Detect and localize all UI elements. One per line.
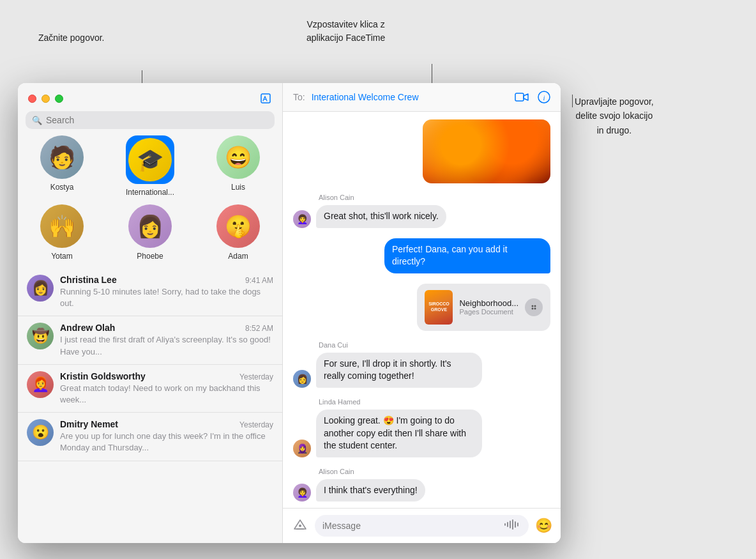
contact-preview-dmitry: Are you up for lunch one day this week? … [60, 431, 273, 454]
search-icon: 🔍 [32, 116, 42, 125]
contact-info-dmitry: Dmitry Nemet Yesterday Are you up for lu… [60, 419, 273, 454]
contact-info-andrew: Andrew Olah 8:52 AM I just read the firs… [60, 323, 273, 357]
svg-rect-9 [504, 523, 506, 526]
msg-sender-alison: Alison Cain [319, 194, 550, 201]
contact-time-kristin: Yesterday [239, 372, 273, 381]
compose-button[interactable] [259, 92, 272, 105]
pinned-contact-international[interactable]: 🎓 International... [121, 135, 179, 197]
search-bar[interactable]: 🔍 [26, 111, 275, 129]
avatar-alison-2: 👩‍🦱 [293, 484, 311, 502]
emoji-button[interactable]: 😊 [534, 516, 553, 535]
pinned-contact-yotam[interactable]: 🙌 Yotam [33, 204, 91, 261]
contact-name-christina: Christina Lee [60, 275, 117, 285]
pinned-contact-kostya[interactable]: 🧑 Kostya [33, 135, 91, 197]
avatar-dana: 👩 [293, 370, 311, 388]
to-label: To: [293, 92, 305, 102]
svg-point-8 [299, 525, 301, 527]
avatar-linda: 🧕 [293, 440, 311, 457]
svg-rect-1 [515, 93, 524, 101]
chat-area: To: Interational Welcome Crew i [283, 83, 561, 543]
msg-bubble-dana: For sure, I'll drop it in shortly. It's … [316, 353, 482, 388]
contact-preview-kristin: Great match today! Need to work on my ba… [60, 383, 273, 406]
chat-header: To: Interational Welcome Crew i [283, 83, 561, 112]
svg-text:i: i [543, 94, 545, 102]
msg-row-alison-2: 👩‍🦱 I think that's everything! [293, 479, 550, 502]
pinned-contacts-row-1: 🧑 Kostya 🎓 International... 😄 Luis [18, 135, 282, 197]
search-input[interactable] [46, 115, 268, 125]
contact-list: 👩 Christina Lee 9:41 AM Running 5-10 min… [18, 268, 282, 543]
doc-action-button[interactable] [525, 298, 543, 316]
msg-group-alison-1: Alison Cain 👩‍🦱 Great shot, this'll work… [293, 194, 550, 228]
msg-doc: SIROCCOGROVE Neighborhood... Pages Docum… [417, 284, 550, 331]
info-icon[interactable]: i [538, 91, 550, 103]
msg-bubble-alison-2: I think that's everything! [316, 479, 425, 502]
msg-group-dana: Dana Cui 👩 For sure, I'll drop it in sho… [293, 341, 550, 388]
message-input-wrap [315, 515, 529, 537]
contact-time-andrew: 8:52 AM [245, 324, 273, 333]
avatar-alison: 👩‍🦱 [293, 210, 311, 228]
pinned-contact-phoebe[interactable]: 👩 Phoebe [121, 204, 179, 261]
svg-rect-13 [515, 521, 516, 528]
pinned-name-adam: Adam [228, 252, 248, 261]
msg-group-linda: Linda Hamed 🧕 Looking great. 😍 I'm going… [293, 398, 550, 457]
video-call-icon[interactable] [515, 92, 529, 102]
messages-container: Alison Cain 👩‍🦱 Great shot, this'll work… [283, 112, 561, 508]
contact-avatar-dmitry: 😮 [27, 419, 54, 446]
app-window: 🔍 🧑 Kostya 🎓 International... [18, 83, 561, 543]
pinned-name-phoebe: Phoebe [137, 252, 163, 261]
minimize-button[interactable] [42, 95, 50, 103]
svg-point-6 [534, 305, 536, 307]
doc-thumbnail-inner: SIROCCOGROVE [425, 290, 453, 325]
contact-info-kristin: Kristin Goldsworthy Yesterday Great matc… [60, 371, 273, 406]
chat-recipient-name: Interational Welcome Crew [312, 92, 508, 102]
msg-bubble-sent-1: Perfect! Dana, can you add it directly? [384, 238, 550, 273]
contact-name-dmitry: Dmitry Nemet [60, 419, 118, 429]
msg-row-sent-1: Perfect! Dana, can you add it directly? [293, 238, 550, 273]
msg-sender-alison-2: Alison Cain [319, 468, 550, 475]
msg-image [423, 119, 550, 183]
annotation-manage: Upravljajte pogovor, delite svojo lokaci… [575, 95, 654, 137]
traffic-lights [28, 95, 63, 103]
contact-item-andrew[interactable]: 🤠 Andrew Olah 8:52 AM I just read the fi… [18, 316, 282, 364]
svg-rect-12 [512, 519, 513, 530]
svg-rect-11 [510, 521, 511, 528]
pinned-name-international: International... [126, 188, 174, 197]
svg-rect-14 [517, 523, 518, 526]
pinned-contact-luis[interactable]: 😄 Luis [209, 135, 267, 197]
svg-point-4 [532, 305, 534, 307]
contact-avatar-kristin: 👩‍🦰 [27, 371, 54, 398]
contact-time-christina: 9:41 AM [245, 276, 273, 285]
input-area: 😊 [283, 508, 561, 543]
contact-item-dmitry[interactable]: 😮 Dmitry Nemet Yesterday Are you up for … [18, 413, 282, 461]
msg-image-row [293, 119, 550, 183]
contact-name-andrew: Andrew Olah [60, 323, 115, 333]
contact-info-christina: Christina Lee 9:41 AM Running 5-10 minut… [60, 275, 273, 309]
chat-header-actions: i [515, 91, 550, 103]
msg-doc-row: SIROCCOGROVE Neighborhood... Pages Docum… [293, 284, 550, 331]
msg-sender-linda: Linda Hamed [319, 398, 550, 406]
message-input[interactable] [322, 521, 499, 531]
audio-waveform-icon [503, 519, 521, 533]
svg-point-7 [534, 307, 536, 309]
annotation-start-conversation: Začnite pogovor. [38, 32, 105, 45]
doc-type: Pages Document [459, 308, 518, 316]
annotation-facetime: Vzpostavitev klica z aplikacijo FaceTime [306, 18, 385, 45]
pinned-contact-adam[interactable]: 🤫 Adam [209, 204, 267, 261]
close-button[interactable] [28, 95, 36, 103]
pinned-name-luis: Luis [231, 183, 245, 192]
doc-thumbnail: SIROCCOGROVE [425, 290, 453, 325]
maximize-button[interactable] [55, 95, 63, 103]
contact-time-dmitry: Yesterday [239, 420, 273, 429]
msg-image-content [423, 119, 550, 183]
contact-name-kristin: Kristin Goldsworthy [60, 371, 146, 381]
msg-sender-dana: Dana Cui [319, 341, 550, 349]
app-store-button[interactable] [291, 516, 310, 535]
selected-avatar-wrap: 🎓 [126, 135, 174, 184]
contact-item-christina[interactable]: 👩 Christina Lee 9:41 AM Running 5-10 min… [18, 268, 282, 316]
msg-row-alison-1: 👩‍🦱 Great shot, this'll work nicely. [293, 205, 550, 228]
doc-info: Neighborhood... Pages Document [459, 298, 518, 316]
pinned-contacts-row-2: 🙌 Yotam 👩 Phoebe 🤫 Adam [18, 204, 282, 261]
contact-item-kristin[interactable]: 👩‍🦰 Kristin Goldsworthy Yesterday Great … [18, 365, 282, 413]
doc-name: Neighborhood... [459, 298, 518, 308]
sidebar: 🔍 🧑 Kostya 🎓 International... [18, 83, 283, 543]
